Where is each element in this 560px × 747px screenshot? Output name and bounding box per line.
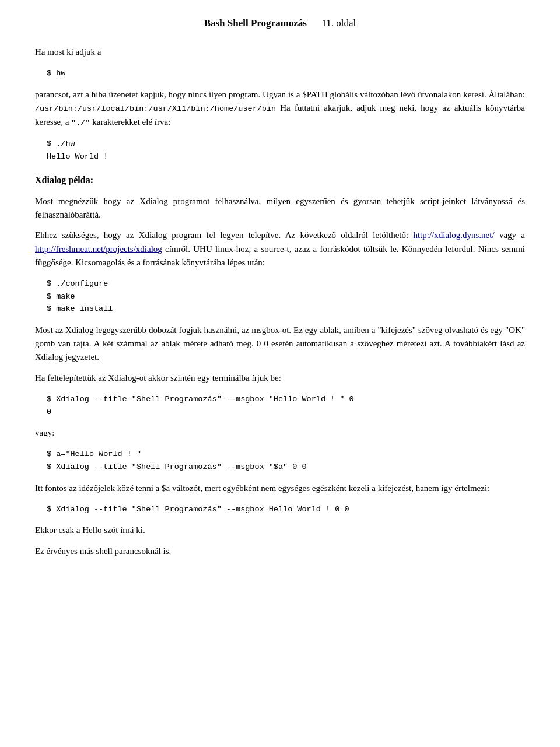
para-5: Most az Xdialog legegyszerűbb dobozát fo… [35, 324, 525, 364]
para-2: parancsot, azt a hiba üzenetet kapjuk, h… [35, 88, 525, 129]
para-1: Ha most ki adjuk a [35, 45, 525, 59]
path-value: /usr/bin:/usr/local/bin:/usr/X11/bin:/ho… [35, 104, 276, 113]
link-xdialog[interactable]: http://xdialog.dyns.net/ [413, 230, 494, 240]
para-3: Most megnézzük hogy az Xdialog programot… [35, 195, 525, 222]
para-8: Itt fontos az idézőjelek közé tenni a $a… [35, 482, 525, 495]
code-block-3: $ Xdialog --title "Shell Programozás" --… [47, 393, 525, 418]
code-block-5: $ Xdialog --title "Shell Programozás" --… [47, 503, 525, 516]
para-6: Ha feltelepítettük az Xdialog-ot akkor s… [35, 371, 525, 385]
para-10: Ez érvényes más shell parancsoknál is. [35, 545, 525, 558]
para-4: Ehhez szükséges, hogy az Xdialog program… [35, 229, 525, 269]
para-vagy: vagy: [35, 426, 525, 440]
code-block-4: $ a="Hello World ! " $ Xdialog --title "… [47, 448, 525, 473]
quote-chars: "./" [71, 118, 90, 127]
code-block-2: $ ./configure $ make $ make install [47, 278, 525, 315]
header-title: Bash Shell Programozás [204, 17, 307, 29]
code-block-1: $ ./hw Hello World ! [47, 138, 525, 163]
xdialog-section-title: Xdialog példa: [35, 173, 525, 188]
link-freshmeat[interactable]: http://freshmeat.net/projects/xdialog [35, 244, 162, 254]
page-content: Ha most ki adjuk a $ hw parancsot, azt a… [35, 45, 525, 558]
para-9: Ekkor csak a Hello szót írná ki. [35, 524, 525, 537]
page: Bash Shell Programozás 11. oldal Ha most… [0, 0, 560, 747]
code-hw-command: $ hw [47, 67, 525, 80]
page-header: Bash Shell Programozás 11. oldal [35, 17, 525, 29]
page-number: 11. oldal [321, 17, 356, 29]
